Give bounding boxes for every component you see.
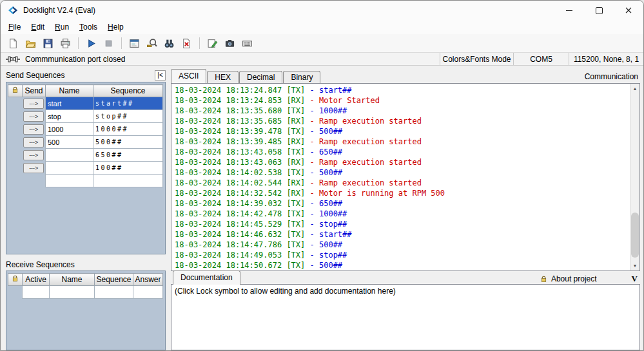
new-project-button[interactable] [5,35,21,51]
tab-binary[interactable]: Binary [283,71,320,83]
com-port-cell[interactable]: COM5 [513,53,569,65]
sequence-value-cell[interactable]: stop## [93,110,163,123]
communication-log[interactable]: 18-03-2024 18:13:24.847 [TX] - start##18… [171,83,640,271]
log-message: - Ramp execution started [310,117,422,126]
sequence-name-cell[interactable] [46,175,93,187]
minimize-icon [566,10,572,11]
log-timestamp: 18-03-2024 18:14:39.032 [TX] [175,199,310,208]
send-sequence-row: --->stopstop## [8,110,163,123]
lock-icon[interactable] [540,276,547,283]
edit-mode-button[interactable] [204,35,220,51]
log-message: - Motor is running at RPM 500 [310,189,445,198]
menu-tools[interactable]: Tools [74,21,102,33]
tab-ascii[interactable]: ASCII [171,69,206,83]
maximize-button[interactable] [584,1,614,20]
sequence-name-cell[interactable]: stop [46,110,93,123]
snapshot-button[interactable] [222,35,238,51]
tab-documentation[interactable]: Documentation [173,270,240,285]
clear-communication-button[interactable] [179,35,195,51]
tab-hex[interactable]: HEX [207,71,239,83]
snapshot-icon [224,38,235,49]
print-button[interactable] [57,35,73,51]
receive-lock-header[interactable] [8,274,23,286]
window-title: Docklight V2.4 (Eval) [23,6,95,15]
log-scrollbar[interactable]: ▲ ▼ [630,84,639,270]
send-sequence-button[interactable]: ---> [23,124,44,135]
send-sequence-row: --->500500## [8,136,163,149]
menu-run[interactable]: Run [50,21,74,33]
start-communication-button[interactable] [83,35,99,51]
send-sequence-button[interactable]: ---> [23,163,44,173]
sequence-name-cell[interactable] [50,286,95,299]
active-cell[interactable] [23,286,50,299]
log-timestamp: 18-03-2024 18:14:02.538 [TX] [175,168,310,177]
send-sequence-button[interactable]: ---> [23,137,44,147]
status-bar: Commmunication port closed Colors&Fonts … [1,52,643,66]
sequence-value-cell[interactable]: 650## [93,149,163,162]
menu-help[interactable]: Help [102,21,129,33]
collapse-documentation-button[interactable]: V [632,274,638,284]
send-sequence-button[interactable]: ---> [23,99,44,109]
scrollbar-thumb[interactable] [631,213,639,258]
log-timestamp: 18-03-2024 18:13:39.485 [RX] [175,137,310,146]
documentation-area[interactable]: (Click Lock symbol to allow editing and … [171,284,640,350]
sequence-name-cell[interactable]: 1000 [46,123,93,136]
column-header-name: Name [50,274,95,286]
log-message: - start## [310,86,352,95]
about-project-label[interactable]: About project [551,274,597,283]
sequence-value-cell[interactable]: start## [93,97,163,110]
log-timestamp: 18-03-2024 18:13:43.063 [RX] [175,158,310,167]
log-line: 18-03-2024 18:13:35.685 [RX] - Ramp exec… [175,116,630,126]
keyboard-console-icon [242,38,253,49]
send-sequence-button[interactable]: ---> [23,111,44,122]
log-timestamp: 18-03-2024 18:13:35.680 [TX] [175,106,310,115]
close-button[interactable] [614,1,643,20]
send-button-cell [23,175,46,187]
open-project-button[interactable] [23,35,39,51]
log-timestamp: 18-03-2024 18:14:42.478 [TX] [175,209,310,218]
menu-edit[interactable]: Edit [26,21,50,33]
sequence-value-cell[interactable] [95,286,133,299]
send-sequence-row: --->10001000## [8,123,163,136]
menu-file[interactable]: File [3,21,26,33]
send-sequence-row: --->650## [8,149,163,162]
sequence-value-cell[interactable]: 500## [93,136,163,149]
tab-decimal[interactable]: Decimal [239,71,282,83]
sequence-value-cell[interactable]: 1000## [93,123,163,136]
minimize-button[interactable] [554,1,584,20]
log-line: 18-03-2024 18:14:49.053 [TX] - stop## [175,250,630,260]
com-settings-cell[interactable]: 115200, None, 8, 1 [569,53,643,65]
answer-cell[interactable] [133,286,163,299]
lock-spacer-cell [8,286,23,299]
send-lock-header[interactable] [8,85,23,97]
stop-communication-button[interactable] [101,35,117,51]
collapse-send-sequences-button[interactable]: |< [155,70,166,81]
keyboard-console-button[interactable] [239,35,255,51]
sequence-value-cell[interactable] [93,175,163,187]
search-key-button[interactable] [144,35,160,51]
app-logo-icon [8,5,18,15]
log-timestamp: 18-03-2024 18:14:50.672 [TX] [175,261,310,270]
log-message: - Ramp execution started [310,178,422,187]
find-button[interactable] [161,35,177,51]
log-timestamp: 18-03-2024 18:13:24.853 [RX] [175,96,310,105]
scroll-down-icon[interactable]: ▼ [630,261,639,270]
column-header-send: Send [23,85,46,97]
log-line: 18-03-2024 18:14:47.786 [TX] - 500## [175,240,630,250]
sequence-value-cell[interactable]: 100## [93,162,163,175]
sequence-name-cell[interactable] [46,149,93,162]
log-line: 18-03-2024 18:14:02.544 [RX] - Ramp exec… [175,178,630,188]
lock-icon [12,86,19,95]
colors-fonts-mode-cell[interactable]: Colors&Fonts Mode [440,53,513,65]
save-project-button[interactable] [40,35,56,51]
log-timestamp: 18-03-2024 18:14:46.632 [TX] [175,230,310,239]
project-settings-button[interactable] [126,35,142,51]
scroll-up-icon[interactable]: ▲ [630,84,639,93]
send-sequence-button[interactable]: ---> [23,150,44,160]
sequence-name-cell[interactable] [46,162,93,175]
sequence-name-cell[interactable]: start [46,97,93,110]
log-line: 18-03-2024 18:13:43.058 [TX] - 650## [175,147,630,157]
sequence-name-cell[interactable]: 500 [46,136,93,149]
log-timestamp: 18-03-2024 18:14:02.544 [RX] [175,178,310,187]
receive-sequences-title: Receive Sequences [6,260,75,269]
